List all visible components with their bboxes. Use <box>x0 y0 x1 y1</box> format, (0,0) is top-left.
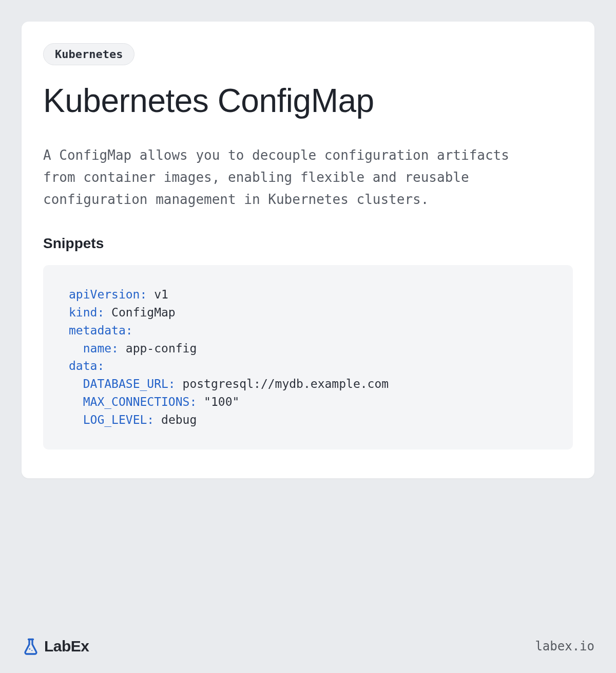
page-title: Kubernetes ConfigMap <box>43 82 573 120</box>
brand-logo[interactable]: LabEx <box>22 637 89 656</box>
flask-icon <box>22 637 40 656</box>
svg-point-1 <box>31 650 32 651</box>
snippets-heading: Snippets <box>43 235 573 252</box>
brand-url[interactable]: labex.io <box>535 639 594 653</box>
page-description: A ConfigMap allows you to decouple confi… <box>43 144 515 211</box>
footer: LabEx labex.io <box>22 637 594 656</box>
code-snippet[interactable]: apiVersion: v1 kind: ConfigMap metadata:… <box>43 265 573 450</box>
brand-name: LabEx <box>44 638 89 655</box>
svg-point-0 <box>29 648 30 650</box>
category-tag[interactable]: Kubernetes <box>43 43 134 65</box>
content-card: Kubernetes Kubernetes ConfigMap A Config… <box>22 22 594 478</box>
